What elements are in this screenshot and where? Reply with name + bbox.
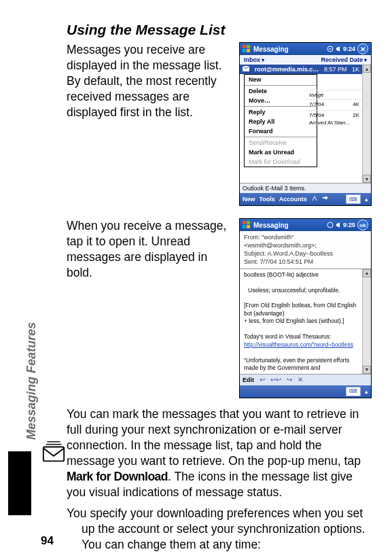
peek-row-3[interactable]: 7/5/04 2K	[306, 110, 362, 120]
body-line: Useless; unsuccessful; unprofitable.	[248, 287, 358, 294]
svg-rect-9	[247, 225, 250, 228]
paragraph-4: You specify your downloading preferences…	[67, 506, 372, 553]
peek-date: 7/5/04	[309, 112, 324, 118]
note-envelope-icon	[41, 440, 67, 466]
edit-toolbar: Edit ↩ ↩↩ ↪ ✕	[240, 374, 371, 385]
body-line: [From Old English botleas, from Old Engl…	[244, 302, 358, 317]
windows-start-icon[interactable]	[243, 221, 251, 229]
menu-mark-download: Mark for Download	[245, 157, 317, 167]
device-screenshot-1: Messaging 9:24 ✕ Inbox▾ Received Date▾	[239, 42, 372, 206]
device2-titlebar: Messaging 9:25 ok	[240, 219, 371, 231]
menubar-new[interactable]: New	[243, 196, 255, 203]
selected-message-row[interactable]: root@mmedia.mis.c… 8:57 PM 1K	[240, 65, 362, 74]
row-1: Messages you receive are displayed in th…	[67, 42, 372, 206]
vertical-scrollbar[interactable]: ▲ ▼	[362, 269, 371, 374]
device1-main: root@mmedia.mis.c… 8:57 PM 1K New Delete…	[240, 65, 362, 183]
send-receive-icon[interactable]	[322, 195, 329, 203]
message-body-wrap: bootless (BOOT-lis) adjective Useless; u…	[240, 269, 371, 374]
body-line: "Unfortunately, even the persistent effo…	[244, 357, 358, 372]
reply-all-icon[interactable]: ↩↩	[270, 376, 281, 383]
sort-dropdown[interactable]: Received Date▾	[321, 56, 367, 63]
menubar-accounts[interactable]: Accounts	[279, 196, 307, 203]
menu-mark-unread[interactable]: Mark as Unread	[245, 147, 317, 157]
row-2: When you receive a message, tap it to op…	[67, 218, 372, 398]
forward-icon[interactable]: ↪	[287, 376, 292, 383]
scroll-up-icon[interactable]: ▲	[363, 65, 371, 73]
sent-value: 7/7/04 10:54:51 PM	[260, 258, 314, 265]
peek-size: 4K	[353, 101, 359, 107]
reply-icon[interactable]: ↩	[260, 376, 265, 383]
device1-tray: 9:24 ✕	[327, 44, 368, 54]
connectivity-icon	[327, 46, 334, 52]
menu-new[interactable]: New	[245, 75, 317, 84]
vertical-scrollbar[interactable]: ▲ ▼	[362, 65, 371, 183]
subject-label: Subject:	[244, 250, 266, 257]
selected-size: 1K	[352, 66, 359, 73]
ok-button[interactable]: ok	[357, 220, 368, 230]
body-line: bootless (BOOT-lis) adjective	[244, 271, 358, 279]
device1-list-header: Inbox▾ Received Date▾	[240, 55, 371, 65]
scroll-up-icon[interactable]: ▲	[363, 269, 371, 277]
paragraph-2: When you receive a message, tap it to op…	[67, 218, 227, 281]
menu-forward[interactable]: Forward	[245, 126, 317, 136]
message-header: From: "wordsmith" <wsmith@wordsmith.org>…	[240, 231, 371, 269]
connectivity-icon	[327, 222, 334, 228]
thumb-tab	[8, 451, 31, 515]
selected-address: root@mmedia.mis.c…	[255, 66, 319, 73]
body-line: + less, from Old English laes (without).…	[244, 317, 358, 325]
peek-subject-fragment: ssage	[309, 92, 323, 98]
peek-column: ssage 7/7/04 4K 7/5/04 2K	[306, 90, 362, 127]
svg-rect-11	[43, 447, 64, 462]
sent-label: Sent:	[244, 258, 258, 265]
device2-menubar: ⌨ ▴	[240, 385, 371, 398]
svg-point-10	[327, 222, 333, 228]
from-label: From:	[244, 234, 260, 241]
peek-row-1[interactable]: 7/7/04 4K	[306, 99, 362, 109]
delete-icon[interactable]: ✕	[298, 376, 303, 383]
body-link[interactable]: http://visualthesaurus.com/?word=bootles…	[244, 341, 358, 349]
close-icon[interactable]: ✕	[357, 44, 368, 54]
speaker-icon	[336, 46, 341, 52]
menu-divider	[245, 85, 317, 86]
device1-clock: 9:24	[343, 46, 355, 52]
windows-start-icon[interactable]	[243, 45, 251, 53]
menubar-tools[interactable]: Tools	[260, 196, 275, 203]
subject-value: A.Word.A.Day--bootless	[268, 250, 333, 257]
section-heading: Using the Message List	[67, 22, 372, 38]
device2-tray: 9:25 ok	[327, 220, 368, 230]
page-number: 94	[41, 534, 54, 548]
inbox-dropdown[interactable]: Inbox▾	[244, 56, 264, 63]
peek-subject: Arrived At Stan…	[309, 120, 351, 126]
scroll-down-icon[interactable]: ▼	[363, 366, 371, 374]
sip-arrow-icon[interactable]: ▴	[365, 196, 368, 203]
device1-titlebar: Messaging 9:24 ✕	[240, 43, 371, 55]
peek-row-3-sub: Arrived At Stan…	[306, 120, 362, 127]
side-section-label: Messaging Features	[24, 322, 39, 440]
services-icon[interactable]	[311, 195, 318, 203]
paragraph-3: You can mark the messages that you want …	[67, 406, 372, 501]
svg-rect-0	[243, 45, 246, 48]
message-body[interactable]: bootless (BOOT-lis) adjective Useless; u…	[240, 269, 362, 374]
menu-divider	[245, 137, 317, 137]
para3-part-a: You can mark the messages that you want …	[67, 407, 361, 468]
menu-sendreceive: Send/Receive	[245, 138, 317, 147]
peek-size: 2K	[353, 112, 359, 118]
edit-menu[interactable]: Edit	[243, 377, 254, 383]
device1-statusbar: Outlook E-Mail 3 Items.	[240, 183, 371, 193]
scroll-down-icon[interactable]: ▼	[363, 175, 371, 183]
body-line: Today's word in Visual Thesaurus:	[244, 333, 358, 341]
svg-rect-3	[247, 49, 250, 52]
sip-arrow-icon[interactable]: ▴	[365, 388, 368, 395]
ui-term-mark-for-download: Mark for Download	[67, 470, 168, 483]
keyboard-icon[interactable]: ⌨	[346, 194, 361, 204]
device2-clock: 9:25	[343, 222, 355, 228]
keyboard-icon[interactable]: ⌨	[346, 387, 361, 396]
device1-body: root@mmedia.mis.c… 8:57 PM 1K New Delete…	[240, 65, 371, 183]
paragraph-1: Messages you receive are displayed in th…	[67, 42, 227, 120]
peek-row-0: ssage	[306, 90, 362, 99]
speaker-icon	[336, 222, 341, 228]
svg-rect-1	[247, 45, 250, 48]
envelope-icon	[243, 66, 249, 73]
device2-title: Messaging	[253, 222, 324, 229]
svg-rect-7	[247, 221, 250, 224]
